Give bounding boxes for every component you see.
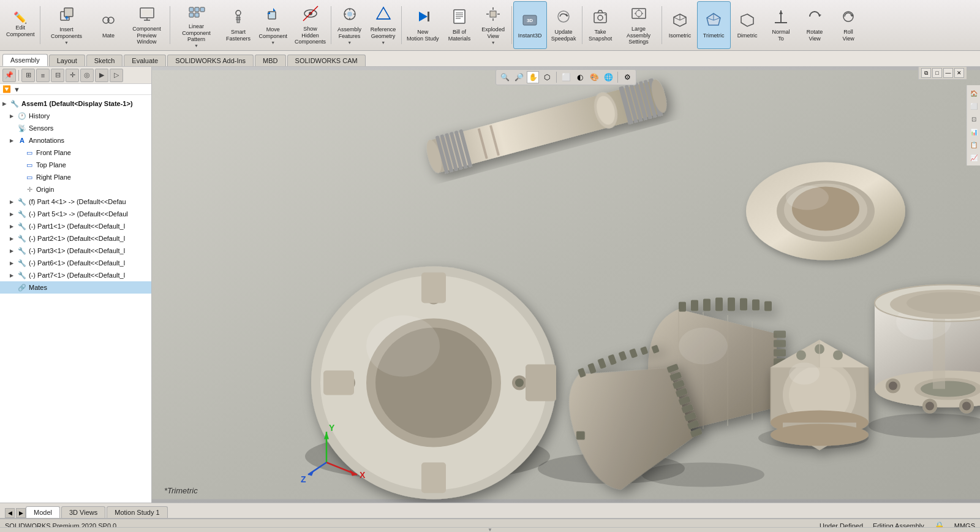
tree-part5[interactable]: ▶ 🔧 (-) Part 5<1> -> (Default<<Defaul (0, 208, 151, 220)
rp-btn-zoom-fit[interactable]: ⊡ (968, 113, 979, 124)
tb-show-hidden[interactable]: ShowHiddenComponents (291, 1, 330, 49)
rp-btn-box[interactable]: ⬜ (968, 101, 979, 112)
tree-icon-front-plane: ▭ (24, 148, 34, 158)
svg-point-150 (833, 351, 843, 360)
tb-insert-components-label: Insert Components (45, 26, 88, 40)
tb-mate[interactable]: Mate (92, 1, 126, 49)
btab-left-arrow[interactable]: ◀ (5, 508, 15, 518)
tree-mates[interactable]: ▶ 🔗 Mates (0, 281, 151, 294)
btab-motion-study[interactable]: Motion Study 1 (107, 506, 167, 518)
view-btn-scene[interactable]: 🌐 (602, 71, 614, 83)
tb-linear-pattern-label: Linear ComponentPattern (175, 23, 218, 43)
tab-evaluate[interactable]: Evaluate (124, 55, 166, 66)
sb-add-btn[interactable]: ✛ (66, 69, 79, 82)
tree-sensors[interactable]: ▶ 📡 Sensors (0, 122, 151, 134)
view-btn-box[interactable]: ⬜ (560, 71, 572, 83)
view-toolbar: 🔍 🔎 ✋ ⬡ ⬜ ◐ 🎨 🌐 ⚙ (496, 69, 636, 85)
tree-part4[interactable]: ▶ 🔧 (f) Part 4<1> -> (Default<<Defau (0, 196, 151, 208)
rp-btn-chart[interactable]: 📊 (968, 126, 979, 137)
tree-front-plane[interactable]: ▶ ▭ Front Plane (0, 146, 151, 159)
viewport[interactable]: Y X Z *Trimetric 🔍 🔎 ✋ ⬡ ⬜ ◐ 🎨 🌐 (152, 67, 980, 503)
svg-rect-1 (64, 8, 73, 17)
tree-top-plane[interactable]: ▶ ▭ Top Plane (0, 159, 151, 171)
tree-history[interactable]: ▶ 🕐 History (0, 110, 151, 122)
tb-bill-of-materials[interactable]: Bill ofMaterials (443, 1, 477, 49)
dimetric-icon (739, 12, 756, 31)
tb-take-snapshot[interactable]: TakeSnapshot (584, 1, 617, 49)
tb-normal-to-label: NormalTo (772, 29, 790, 42)
tab-addins[interactable]: SOLIDWORKS Add-Ins (167, 55, 254, 66)
tb-move-component[interactable]: MoveComponent ▼ (255, 1, 292, 49)
sb-play-btn[interactable]: ▶ (95, 69, 108, 82)
rp-btn-home[interactable]: 🏠 (968, 88, 979, 99)
tb-instant3d[interactable]: 3D Instant3D (513, 1, 547, 49)
scene-3d: Y X Z (152, 67, 980, 503)
tb-reference-geometry[interactable]: ReferenceGeometry ▼ (366, 1, 400, 49)
viewport-maximize[interactable]: □ (932, 68, 942, 78)
tb-large-assembly[interactable]: LargeAssemblySettings (617, 1, 660, 49)
view-btn-3d[interactable]: ⬡ (541, 71, 553, 83)
tree-origin[interactable]: ▶ ✛ Origin (0, 183, 151, 196)
tree-icon-part6: 🔧 (17, 258, 27, 268)
tb-exploded-view[interactable]: ExplodedView ▼ (477, 1, 510, 49)
tree-annotations[interactable]: ▶ A Annotations (0, 134, 151, 146)
rp-btn-table[interactable]: 📋 (968, 139, 979, 150)
tree-label-origin: Origin (36, 186, 54, 193)
btab-model[interactable]: Model (26, 506, 60, 518)
tree-part2[interactable]: ▶ 🔧 (-) Part2<1> (Default<<Default_l (0, 232, 151, 245)
tab-assembly[interactable]: Assembly (2, 54, 48, 66)
sb-pin-btn[interactable]: 📌 (2, 69, 16, 82)
tab-layout[interactable]: Layout (49, 55, 85, 66)
tab-cam[interactable]: SOLIDWORKS CAM (287, 55, 366, 66)
tree-part1[interactable]: ▶ 🔧 (-) Part1<1> (Default<<Default_l (0, 220, 151, 232)
tb-linear-pattern[interactable]: Linear ComponentPattern ▼ (172, 1, 222, 49)
tree-part3[interactable]: ▶ 🔧 (-) Part3<1> (Default<<Default_l (0, 245, 151, 257)
tab-mbd[interactable]: MBD (255, 55, 285, 66)
tree-part6[interactable]: ▶ 🔧 (-) Part6<1> (Default<<Default_l (0, 257, 151, 269)
viewport-close[interactable]: ✕ (954, 68, 964, 78)
tree-icon-top-plane: ▭ (24, 160, 34, 170)
tb-component-preview[interactable]: ComponentPreviewWindow (126, 1, 168, 49)
tb-assembly-features[interactable]: AssemblyFeatures ▼ (333, 1, 366, 49)
sb-circle-btn[interactable]: ◎ (80, 69, 94, 82)
tree-right-plane[interactable]: ▶ ▭ Right Plane (0, 171, 151, 183)
tb-dimetric[interactable]: Dimetric (731, 1, 764, 49)
view-btn-search[interactable]: 🔍 (499, 71, 511, 83)
viewport-minimize[interactable]: — (943, 68, 953, 78)
btab-right-arrow[interactable]: ▶ (16, 508, 26, 518)
svg-point-157 (789, 363, 820, 385)
tb-rotate-view[interactable]: RotateView (798, 1, 832, 49)
tb-edit-component[interactable]: ✏️ EditComponent (2, 1, 39, 49)
btab-3d-views[interactable]: 3D Views (61, 506, 105, 518)
bottom-tab-bar: ◀ ▶ Model 3D Views Motion Study 1 (0, 503, 980, 519)
sb-list-btn[interactable]: ≡ (36, 69, 50, 82)
tb-update-speedpak[interactable]: UpdateSpeedpak (547, 1, 581, 49)
view-btn-zoom[interactable]: 🔎 (513, 71, 525, 83)
tree-part7[interactable]: ▶ 🔧 (-) Part7<1> (Default<<Default_l (0, 269, 151, 281)
tb-insert-components[interactable]: Insert Components ▼ (42, 1, 92, 49)
viewport-restore[interactable]: ⧉ (921, 68, 931, 78)
svg-point-171 (921, 381, 976, 397)
tab-sketch[interactable]: Sketch (86, 55, 123, 66)
tb-new-motion-study[interactable]: NewMotion Study (403, 1, 443, 49)
view-btn-settings[interactable]: ⚙ (621, 71, 633, 83)
svg-point-127 (679, 328, 728, 365)
tb-isometric[interactable]: Isometric (663, 1, 697, 49)
sb-collapse-btn[interactable]: ⊟ (51, 69, 64, 82)
sb-arrow-btn[interactable]: ▷ (110, 69, 123, 82)
tb-normal-to[interactable]: NormalTo (764, 1, 798, 49)
svg-line-22 (303, 6, 318, 21)
feature-tree: ▶ 🔧 Assem1 (Default<Display State-1>) ▶ … (0, 95, 151, 503)
new-motion-study-icon (414, 8, 431, 28)
view-btn-color[interactable]: 🎨 (588, 71, 600, 83)
tb-trimetric[interactable]: Trimetric (697, 1, 731, 49)
view-btn-shaded[interactable]: ◐ (574, 71, 586, 83)
sb-grid-btn[interactable]: ⊞ (21, 69, 35, 82)
tb-smart-fasteners[interactable]: SmartFasteners (222, 1, 255, 49)
sidebar-filter-row[interactable]: 🔽 ▼ (0, 84, 151, 95)
tree-assem1[interactable]: ▶ 🔧 Assem1 (Default<Display State-1>) (0, 97, 151, 110)
tb-roll-view[interactable]: RollView (832, 1, 865, 49)
view-btn-pan[interactable]: ✋ (527, 71, 539, 83)
rp-btn-stats[interactable]: 📈 (968, 152, 979, 163)
tree-icon-origin: ✛ (24, 184, 34, 194)
